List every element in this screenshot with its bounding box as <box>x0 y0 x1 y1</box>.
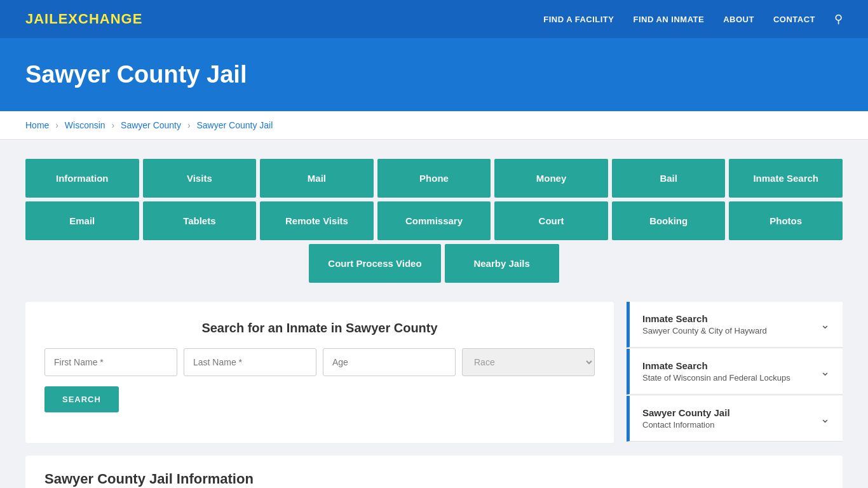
sidebar-sub-3: Contact Information <box>642 420 730 430</box>
button-grid-row2: Email Tablets Remote Visits Commissary C… <box>25 201 843 240</box>
btn-commissary[interactable]: Commissary <box>377 201 491 240</box>
btn-tablets[interactable]: Tablets <box>143 201 257 240</box>
find-inmate-link[interactable]: FIND AN INMATE <box>633 15 704 24</box>
nav-links: FIND A FACILITY FIND AN INMATE ABOUT CON… <box>543 12 843 26</box>
sidebar-sub-2: State of Wisconsin and Federal Lockups <box>642 373 790 383</box>
sidebar-title-2: Inmate Search <box>642 360 790 371</box>
sidebar-item-contact-info[interactable]: Sawyer County Jail Contact Information ⌄ <box>627 396 843 442</box>
search-button[interactable]: SEARCH <box>44 386 119 412</box>
breadcrumb: Home › Wisconsin › Sawyer County › Sawye… <box>0 111 868 140</box>
bottom-title: Sawyer County Jail Information <box>44 471 824 487</box>
content-area: Search for an Inmate in Sawyer County Ra… <box>25 302 843 443</box>
navbar: JAILEXCHANGE FIND A FACILITY FIND AN INM… <box>0 0 868 38</box>
breadcrumb-sep1: › <box>55 120 58 130</box>
chevron-icon-1: ⌄ <box>820 318 830 332</box>
breadcrumb-current: Sawyer County Jail <box>196 120 273 130</box>
breadcrumb-sep2: › <box>112 120 115 130</box>
sidebar-item-inmate-search-wisconsin[interactable]: Inmate Search State of Wisconsin and Fed… <box>627 349 843 395</box>
age-input[interactable] <box>323 348 456 376</box>
btn-email[interactable]: Email <box>25 201 139 240</box>
breadcrumb-sep3: › <box>187 120 191 130</box>
hero-section: Sawyer County Jail <box>0 38 868 111</box>
site-logo[interactable]: JAILEXCHANGE <box>25 11 142 27</box>
first-name-input[interactable] <box>44 348 177 376</box>
btn-money[interactable]: Money <box>494 159 608 198</box>
btn-information[interactable]: Information <box>25 159 139 198</box>
btn-phone[interactable]: Phone <box>377 159 491 198</box>
btn-remote-visits[interactable]: Remote Visits <box>260 201 374 240</box>
contact-link[interactable]: CONTACT <box>773 15 815 24</box>
search-panel: Search for an Inmate in Sawyer County Ra… <box>25 302 614 443</box>
btn-court[interactable]: Court <box>494 201 608 240</box>
main-content: Information Visits Mail Phone Money Bail… <box>0 140 868 488</box>
find-facility-link[interactable]: FIND A FACILITY <box>543 15 614 24</box>
search-title: Search for an Inmate in Sawyer County <box>44 321 595 336</box>
sidebar-sub-1: Sawyer County & City of Hayward <box>642 326 767 336</box>
search-fields: Race <box>44 348 595 376</box>
breadcrumb-county[interactable]: Sawyer County <box>121 120 181 130</box>
btn-visits[interactable]: Visits <box>143 159 257 198</box>
search-icon[interactable]: ⚲ <box>834 12 843 26</box>
chevron-icon-3: ⌄ <box>820 412 830 426</box>
breadcrumb-home[interactable]: Home <box>25 120 49 130</box>
btn-nearby-jails[interactable]: Nearby Jails <box>445 244 559 283</box>
btn-court-process-video[interactable]: Court Process Video <box>309 244 440 283</box>
btn-bail[interactable]: Bail <box>612 159 726 198</box>
chevron-icon-2: ⌄ <box>820 365 830 379</box>
breadcrumb-wisconsin[interactable]: Wisconsin <box>65 120 105 130</box>
logo-jail: JAIL <box>25 11 58 27</box>
button-grid-row3: Court Process Video Nearby Jails <box>25 244 843 283</box>
logo-exchange: EXCHANGE <box>58 11 143 27</box>
sidebar-title-3: Sawyer County Jail <box>642 407 730 418</box>
last-name-input[interactable] <box>184 348 316 376</box>
sidebar-item-inmate-search-sawyer[interactable]: Inmate Search Sawyer County & City of Ha… <box>627 302 843 348</box>
btn-photos[interactable]: Photos <box>729 201 843 240</box>
btn-mail[interactable]: Mail <box>260 159 374 198</box>
about-link[interactable]: ABOUT <box>723 15 754 24</box>
page-title: Sawyer County Jail <box>25 61 843 88</box>
button-grid-row1: Information Visits Mail Phone Money Bail… <box>25 159 843 198</box>
bottom-section: Sawyer County Jail Information <box>25 456 843 488</box>
sidebar-title-1: Inmate Search <box>642 313 767 324</box>
btn-booking[interactable]: Booking <box>612 201 726 240</box>
race-select[interactable]: Race <box>462 348 595 376</box>
btn-inmate-search[interactable]: Inmate Search <box>729 159 843 198</box>
sidebar: Inmate Search Sawyer County & City of Ha… <box>627 302 843 443</box>
